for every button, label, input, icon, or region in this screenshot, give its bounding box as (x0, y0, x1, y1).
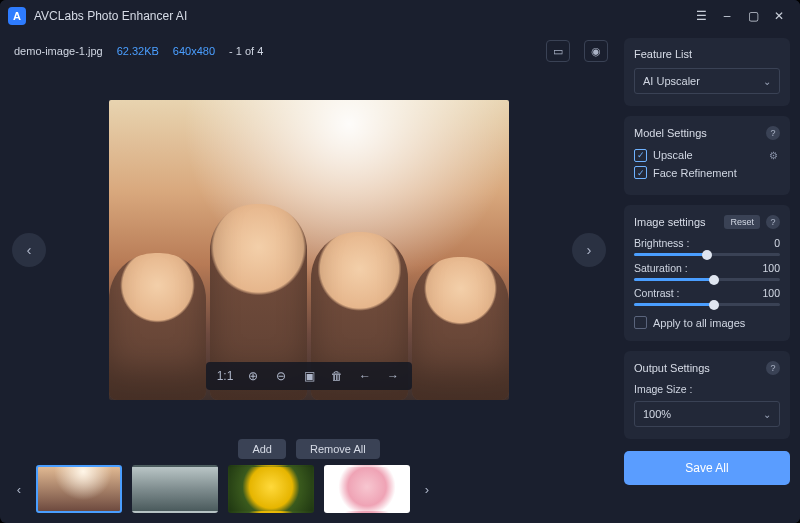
add-remove-row: Add Remove All (10, 431, 608, 465)
contrast-label: Contrast : (634, 287, 680, 299)
upscale-checkbox-row[interactable]: ✓ Upscale ⚙ (634, 148, 780, 162)
preview-image[interactable]: 1:1 ⊕ ⊖ ▣ 🗑 ← → (109, 100, 509, 400)
saturation-slider[interactable] (634, 278, 780, 281)
saturation-label: Saturation : (634, 262, 688, 274)
image-size-select[interactable]: 100% ⌄ (634, 401, 780, 427)
body-row: demo-image-1.jpg 62.32KB 640x480 - 1 of … (0, 32, 800, 523)
image-filesize: 62.32KB (117, 45, 159, 57)
upscale-checkbox[interactable]: ✓ (634, 149, 647, 162)
contrast-row: Contrast : 100 (634, 287, 780, 306)
output-settings-panel: Output Settings ? Image Size : 100% ⌄ (624, 351, 790, 439)
remove-all-button[interactable]: Remove All (296, 439, 380, 459)
thumbs-prev-icon[interactable]: ‹ (10, 482, 28, 497)
app-window: A AVCLabs Photo Enhancer AI ☰ – ▢ ✕ demo… (0, 0, 800, 523)
history-next-icon[interactable]: → (380, 364, 406, 388)
save-all-button[interactable]: Save All (624, 451, 790, 485)
chevron-down-icon: ⌄ (763, 76, 771, 87)
thumbnail-strip: ‹ › (10, 465, 608, 515)
zoom-1to1-button[interactable]: 1:1 (212, 364, 238, 388)
minimize-button[interactable]: – (714, 4, 740, 28)
thumbnail-2[interactable] (132, 465, 218, 513)
crop-icon[interactable]: ▭ (546, 40, 570, 62)
delete-icon[interactable]: 🗑 (324, 364, 350, 388)
image-settings-panel: Image settings Reset ? Brightness : 0 (624, 205, 790, 341)
feature-list-title: Feature List (634, 48, 780, 60)
feature-select[interactable]: AI Upscaler ⌄ (634, 68, 780, 94)
app-logo-icon: A (8, 7, 26, 25)
brightness-row: Brightness : 0 (634, 237, 780, 256)
contrast-value: 100 (762, 287, 780, 299)
history-prev-icon[interactable]: ← (352, 364, 378, 388)
image-counter: - 1 of 4 (229, 45, 263, 57)
thumbnail-4[interactable] (324, 465, 410, 513)
image-dimensions: 640x480 (173, 45, 215, 57)
face-refinement-checkbox-row[interactable]: ✓ Face Refinement (634, 166, 780, 179)
maximize-button[interactable]: ▢ (740, 4, 766, 28)
saturation-value: 100 (762, 262, 780, 274)
preview-area: ‹ 1:1 ⊕ ⊖ ▣ 🗑 ← → › (10, 68, 608, 431)
add-button[interactable]: Add (238, 439, 286, 459)
help-icon[interactable]: ? (766, 215, 780, 229)
apply-all-label: Apply to all images (653, 317, 745, 329)
face-refinement-label: Face Refinement (653, 167, 737, 179)
image-size-label: Image Size : (634, 383, 780, 395)
close-button[interactable]: ✕ (766, 4, 792, 28)
titlebar: A AVCLabs Photo Enhancer AI ☰ – ▢ ✕ (0, 0, 800, 32)
face-refinement-checkbox[interactable]: ✓ (634, 166, 647, 179)
main-column: demo-image-1.jpg 62.32KB 640x480 - 1 of … (0, 32, 618, 523)
thumbs-list (36, 465, 410, 513)
reset-button[interactable]: Reset (724, 215, 760, 229)
brightness-label: Brightness : (634, 237, 689, 249)
apply-all-row[interactable]: Apply to all images (634, 316, 780, 329)
brightness-slider[interactable] (634, 253, 780, 256)
feature-list-panel: Feature List AI Upscaler ⌄ (624, 38, 790, 106)
contrast-slider[interactable] (634, 303, 780, 306)
model-settings-title: Model Settings (634, 127, 760, 139)
feature-select-value: AI Upscaler (643, 75, 700, 87)
help-icon[interactable]: ? (766, 361, 780, 375)
chevron-down-icon: ⌄ (763, 409, 771, 420)
preview-toolbar: 1:1 ⊕ ⊖ ▣ 🗑 ← → (206, 362, 412, 390)
fit-icon[interactable]: ▣ (296, 364, 322, 388)
menu-icon[interactable]: ☰ (688, 4, 714, 28)
thumbnail-1[interactable] (36, 465, 122, 513)
image-filename: demo-image-1.jpg (14, 45, 103, 57)
app-title: AVCLabs Photo Enhancer AI (34, 9, 688, 23)
brightness-value: 0 (774, 237, 780, 249)
image-size-value: 100% (643, 408, 671, 420)
zoom-in-icon[interactable]: ⊕ (240, 364, 266, 388)
right-sidebar: Feature List AI Upscaler ⌄ Model Setting… (618, 32, 800, 523)
model-settings-panel: Model Settings ? ✓ Upscale ⚙ ✓ Face Refi… (624, 116, 790, 195)
help-icon[interactable]: ? (766, 126, 780, 140)
thumbs-next-icon[interactable]: › (418, 482, 436, 497)
upscale-label: Upscale (653, 149, 693, 161)
output-settings-title: Output Settings (634, 362, 760, 374)
preview-eye-icon[interactable]: ◉ (584, 40, 608, 62)
saturation-row: Saturation : 100 (634, 262, 780, 281)
zoom-out-icon[interactable]: ⊖ (268, 364, 294, 388)
image-info-row: demo-image-1.jpg 62.32KB 640x480 - 1 of … (10, 38, 608, 68)
thumbnail-3[interactable] (228, 465, 314, 513)
image-settings-title: Image settings (634, 216, 718, 228)
gear-icon[interactable]: ⚙ (766, 148, 780, 162)
prev-image-button[interactable]: ‹ (12, 233, 46, 267)
next-image-button[interactable]: › (572, 233, 606, 267)
apply-all-checkbox[interactable] (634, 316, 647, 329)
